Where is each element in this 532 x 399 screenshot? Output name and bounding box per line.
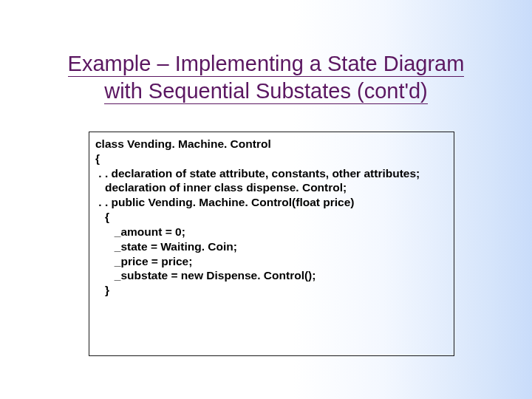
code-line: _state = Waiting. Coin; (95, 239, 448, 254)
code-line: { (95, 151, 448, 166)
slide: Example – Implementing a State Diagram w… (0, 0, 532, 399)
code-line: _price = price; (95, 254, 448, 269)
title-line-1: Example – Implementing a State Diagram (68, 52, 465, 77)
code-line: declaration of inner class dispense. Con… (95, 180, 448, 195)
code-line: { (95, 210, 448, 225)
code-line: _amount = 0; (95, 225, 448, 239)
code-box: class Vending. Machine. Control { . . de… (89, 132, 454, 356)
code-line: class Vending. Machine. Control (95, 137, 448, 151)
code-line: } (95, 283, 448, 298)
code-line: . . declaration of state attribute, cons… (95, 166, 448, 181)
code-line: . . public Vending. Machine. Control(flo… (95, 195, 448, 210)
slide-title: Example – Implementing a State Diagram w… (0, 50, 532, 105)
title-line-2: with Sequential Substates (cont'd) (104, 79, 428, 104)
code-line: _substate = new Dispense. Control(); (95, 268, 448, 283)
